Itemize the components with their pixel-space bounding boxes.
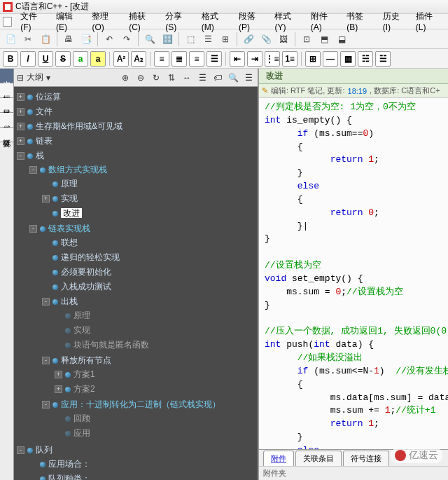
align-left-button[interactable]: ≡ [154, 51, 169, 67]
hr-button[interactable]: — [323, 51, 338, 67]
img-button[interactable]: ▦ [340, 51, 356, 67]
expand-icon[interactable]: + [55, 385, 62, 393]
dropdown-icon[interactable]: ▾ [46, 73, 50, 83]
move-icon[interactable]: ↔ [181, 71, 193, 84]
tree-row[interactable]: 原理 [41, 177, 258, 191]
tree-row[interactable]: 入栈成功测试 [41, 280, 258, 294]
tree-row[interactable]: -数组方式实现栈 [28, 163, 258, 177]
sidetab-outline[interactable]: 大纲 [0, 69, 13, 83]
expand-icon[interactable]: - [42, 357, 50, 364]
menu-attachment[interactable]: 附件(A) [307, 9, 341, 34]
tree-row[interactable]: 应用 [53, 427, 258, 440]
tag-icon[interactable]: 🏷 [211, 71, 224, 84]
tree-row[interactable]: 递归的轻松实现 [41, 251, 258, 264]
color-button[interactable]: a [73, 51, 88, 67]
replace-button[interactable]: 🔠 [160, 32, 175, 47]
undo-button[interactable]: ↶ [102, 32, 117, 47]
tree-row[interactable]: +文件 [15, 105, 258, 118]
expand-icon[interactable]: + [42, 195, 50, 203]
table-button[interactable]: ⊞ [305, 51, 321, 67]
menu-icon[interactable]: ☰ [242, 71, 255, 84]
tool-e[interactable]: 📎 [258, 32, 274, 47]
expand-icon[interactable]: - [42, 401, 50, 409]
menu-capture[interactable]: 捕获(C) [125, 9, 160, 34]
tree-row[interactable]: 改进 [41, 207, 258, 220]
tree-row[interactable]: +生存期&作用域&可见域 [15, 120, 258, 133]
refresh-icon[interactable]: ↻ [150, 71, 162, 84]
expand-icon[interactable]: + [17, 137, 24, 145]
align-center-button[interactable]: ≣ [172, 51, 187, 67]
indent-inc-button[interactable]: ⇥ [247, 51, 262, 67]
tool-g[interactable]: ⊡ [299, 32, 314, 47]
tree-row[interactable]: -链表实现栈 [28, 222, 258, 235]
tree-row[interactable]: 必须要初始化 [41, 266, 258, 279]
tree-row[interactable]: -释放所有节点 [41, 354, 258, 367]
tree-row[interactable]: +方案1 [53, 368, 258, 381]
sort-icon[interactable]: ⇅ [165, 71, 178, 84]
tool-h[interactable]: ⬒ [316, 32, 332, 47]
italic-button[interactable]: I [20, 51, 36, 67]
menu-file[interactable]: 文件(F) [16, 9, 50, 34]
expand-icon[interactable]: - [29, 225, 37, 233]
sidetab-bookmark[interactable]: 书签 [0, 113, 13, 128]
menu-organize[interactable]: 整理(O) [88, 9, 123, 34]
tree-row[interactable]: +实现 [41, 192, 258, 205]
tree-row[interactable]: 队列种类： [28, 472, 258, 480]
open-button[interactable]: ✂ [20, 32, 36, 47]
sidetab-tags[interactable]: 标签 [0, 83, 13, 98]
tool-b[interactable]: ☰ [200, 32, 216, 47]
menu-format[interactable]: 格式(M) [197, 9, 233, 34]
expand-icon[interactable]: - [42, 298, 50, 306]
new-doc-button[interactable]: 📄 [3, 32, 18, 47]
indent-dec-button[interactable]: ⇤ [230, 51, 245, 67]
tree-row[interactable]: +位运算 [15, 90, 258, 104]
expand-icon[interactable]: - [29, 166, 37, 174]
tree-row[interactable]: -出栈 [41, 295, 258, 308]
expand-icon[interactable]: - [17, 152, 24, 160]
expand-icon[interactable]: - [17, 446, 24, 454]
btab-symlink[interactable]: 符号连接 [343, 451, 389, 466]
filter-icon[interactable]: ☰ [196, 71, 209, 84]
underline-button[interactable]: U [38, 51, 53, 67]
redo-button[interactable]: ↷ [119, 32, 134, 47]
btab-attachment[interactable]: 附件 [263, 451, 294, 466]
tree-row[interactable]: 实现 [53, 324, 258, 337]
menu-history[interactable]: 历史(I) [379, 9, 410, 34]
menu-edit[interactable]: 编辑(E) [52, 9, 86, 34]
menu-paragraph[interactable]: 段落(P) [234, 9, 269, 34]
expand-icon[interactable]: + [17, 108, 24, 116]
zoom-out-icon[interactable]: ⊖ [134, 71, 147, 84]
tool-c[interactable]: ⊞ [218, 32, 233, 47]
tree-row[interactable]: +链表 [15, 135, 258, 148]
align-justify-button[interactable]: ☰ [206, 51, 222, 67]
number-list-button[interactable]: 1≡ [282, 51, 298, 67]
tree-row[interactable]: -栈 [15, 149, 258, 163]
bullet-list-button[interactable]: ⋮≡ [265, 51, 280, 67]
sidetab-calendar[interactable]: 日历 [0, 98, 13, 113]
search-icon[interactable]: 🔍 [227, 71, 239, 84]
menu-bookmark[interactable]: 书签(B) [342, 9, 377, 34]
expand-icon[interactable]: + [17, 123, 24, 130]
more2-button[interactable]: ☱ [375, 51, 391, 67]
tool-d[interactable]: 🔗 [241, 32, 256, 47]
bold-button[interactable]: B [3, 51, 18, 67]
expand-icon[interactable]: + [55, 371, 62, 378]
align-right-button[interactable]: ≡ [189, 51, 204, 67]
tree-row[interactable]: -队列 [15, 444, 258, 457]
menu-share[interactable]: 分享(S) [161, 9, 195, 34]
tree-row[interactable]: -应用：十进制转化为二进制（链式栈实现） [41, 398, 258, 411]
tree-row[interactable]: 块语句就是匿名函数 [53, 338, 258, 352]
super-button[interactable]: A² [113, 51, 129, 67]
doc-tab[interactable]: 改进 [259, 69, 290, 84]
highlight-button[interactable]: a [90, 51, 106, 67]
outline-tree[interactable]: +位运算+文件+生存期&作用域&可见域+链表-栈-数组方式实现栈原理+实现改进-… [14, 87, 258, 480]
tree-row[interactable]: 回顾 [53, 412, 258, 425]
tree-row[interactable]: 应用场合： [28, 458, 258, 471]
menu-style[interactable]: 样式(Y) [270, 9, 304, 34]
menu-plugin[interactable]: 插件(L) [412, 9, 445, 34]
expand-icon[interactable]: + [17, 93, 24, 101]
tool-i[interactable]: ⬓ [334, 32, 349, 47]
save-button[interactable]: 📋 [38, 32, 53, 47]
print-button[interactable]: 🖶 [61, 32, 76, 47]
tree-row[interactable]: 原理 [53, 309, 258, 322]
